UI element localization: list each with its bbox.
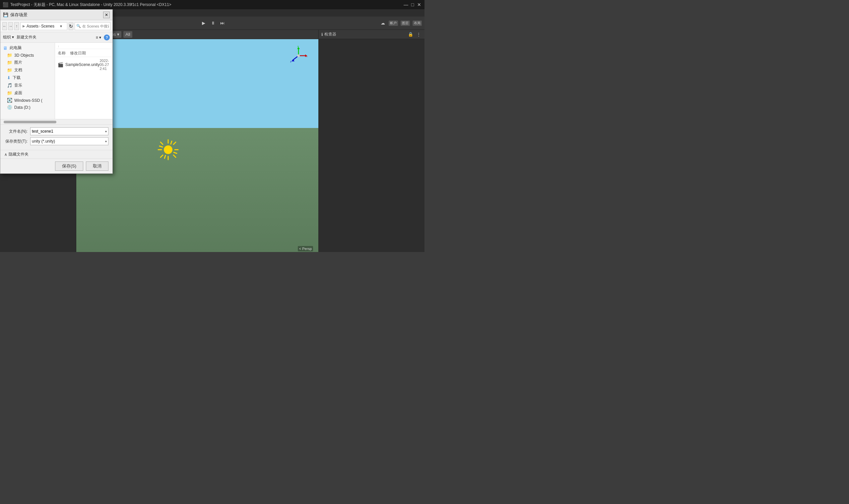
hscroll-track[interactable] <box>4 121 109 123</box>
toolbar-pause-button[interactable]: ⏸ <box>210 20 216 26</box>
music-icon: 🎵 <box>7 83 12 88</box>
drive-d-icon: 💿 <box>7 105 12 110</box>
title-bar-left: ⬛ TestProject - 无标题 - PC, Mac & Linux St… <box>3 2 171 7</box>
hidden-folder-label: 隐藏文件夹 <box>8 151 29 157</box>
address-bar[interactable]: ▶ Assets › Scenes ▾ <box>20 22 67 30</box>
organize-button[interactable]: 组织 ▾ <box>3 35 14 40</box>
layers-tag[interactable]: 图层 <box>401 21 410 26</box>
minimize-button[interactable]: — <box>403 2 409 7</box>
file-name-samplescene: SampleScene.unity <box>65 62 100 67</box>
sidebar-windows-ssd[interactable]: 💽 Windows-SSD ( <box>0 97 55 104</box>
sidebar-desktop[interactable]: 📁 桌面 <box>0 89 55 97</box>
inspector-lock-button[interactable]: 🔒 <box>407 31 414 38</box>
desktop-icon: 📁 <box>7 91 12 95</box>
folder-3d-icon: 📁 <box>7 53 12 58</box>
sidebar-3d-objects[interactable]: 📁 3D Objects <box>0 52 55 59</box>
sun-circle <box>164 146 173 154</box>
persp-label: < Persp <box>298 246 313 251</box>
file-date-samplescene: 2022-05-27 2:41 <box>100 59 110 71</box>
sidebar-this-pc-label: 此电脑 <box>10 45 21 51</box>
file-sort-header: ↑ <box>56 44 111 49</box>
dialog-buttons: 保存(S) 取消 <box>0 159 112 174</box>
gizmos-arrow: ▾ <box>117 32 120 37</box>
all-dropdown[interactable]: All <box>123 31 132 38</box>
filetype-value: unity (*.unity) <box>32 139 55 144</box>
svg-text:x: x <box>306 55 307 58</box>
hidden-arrow-icon: ∧ <box>4 152 7 157</box>
inspector-info-icon: ℹ <box>321 32 323 37</box>
filename-label: 文件名(N): <box>4 129 28 134</box>
sidebar-this-pc[interactable]: 🖥 此电脑 <box>0 44 55 52</box>
refresh-button[interactable]: ↻ <box>69 22 73 30</box>
title-bar: ⬛ TestProject - 无标题 - PC, Mac & Linux St… <box>0 0 424 9</box>
search-icon: 🔍 <box>76 24 81 28</box>
dialog-file-area: ↑ 名称 修改日期 🎬 SampleScene.unity 2022-05-27… <box>55 43 112 119</box>
address-part-scenes[interactable]: Scenes <box>41 24 54 29</box>
unity-scene-icon: 🎬 <box>58 62 64 67</box>
save-button[interactable]: 保存(S) <box>55 161 83 171</box>
filetype-input-wrapper[interactable]: unity (*.unity) ▾ <box>30 137 108 145</box>
filename-input-wrapper[interactable]: ▾ <box>30 127 108 135</box>
cancel-button[interactable]: 取消 <box>86 161 108 171</box>
inspector-header: ℹ 检查器 🔒 ⋮ <box>319 30 424 39</box>
col-name-header: 名称 <box>58 50 70 56</box>
toolbar-collab-button[interactable]: ☁ <box>379 20 386 26</box>
new-folder-button[interactable]: 新建文件夹 <box>17 35 36 40</box>
close-button[interactable]: ✕ <box>417 2 422 7</box>
title-bar-controls[interactable]: — □ ✕ <box>403 2 422 7</box>
nav-up-button[interactable]: ↑ <box>14 22 19 30</box>
sidebar-music[interactable]: 🎵 音乐 <box>0 82 55 89</box>
svg-line-10 <box>171 141 172 144</box>
view-button[interactable]: ≡ ▾ <box>96 35 101 40</box>
search-input[interactable] <box>82 24 109 28</box>
address-part-assets[interactable]: Assets <box>26 24 38 29</box>
dialog-save-icon: 💾 <box>3 12 8 17</box>
all-label: All <box>125 32 130 37</box>
dialog-body: 🖥 此电脑 📁 3D Objects 📁 图片 📁 文档 ⬇ 下载 <box>0 43 112 119</box>
sort-arrow-up: ↑ <box>58 45 59 48</box>
filename-input[interactable] <box>32 129 105 133</box>
filetype-row: 保存类型(T): unity (*.unity) ▾ <box>4 137 108 145</box>
nav-back-button[interactable]: ← <box>2 22 7 30</box>
toolbar-play-button[interactable]: ▶ <box>200 20 207 26</box>
inspector-controls: 🔒 ⋮ <box>407 31 422 38</box>
sidebar-music-label: 音乐 <box>14 83 22 88</box>
toolbar-step-button[interactable]: ⏭ <box>219 20 225 26</box>
address-separator: › <box>39 24 40 29</box>
svg-line-6 <box>174 142 176 145</box>
save-dialog[interactable]: 💾 保存场景 ✕ ← → ↑ ▶ Assets › Scenes ▾ ↻ <box>0 9 113 174</box>
account-tag[interactable]: 帐户 <box>389 21 398 26</box>
folder-pic-icon: 📁 <box>7 60 12 65</box>
download-icon: ⬇ <box>7 75 11 80</box>
file-row-samplescene[interactable]: 🎬 SampleScene.unity 2022-05-27 2:41 <box>56 58 111 72</box>
maximize-button[interactable]: □ <box>410 2 415 7</box>
dialog-title-bar: 💾 保存场景 ✕ <box>0 10 112 20</box>
sidebar-data-drive[interactable]: 💿 Data (D:) <box>0 104 55 111</box>
inspector-options-button[interactable]: ⋮ <box>415 31 422 38</box>
svg-line-11 <box>164 156 165 159</box>
layout-tag[interactable]: 布局 <box>413 21 422 26</box>
sidebar-docs[interactable]: 📁 文档 <box>0 66 55 74</box>
dialog-close-button[interactable]: ✕ <box>103 12 110 18</box>
help-button[interactable]: ? <box>104 35 110 40</box>
sidebar-downloads[interactable]: ⬇ 下载 <box>0 74 55 82</box>
filetype-dropdown-arrow[interactable]: ▾ <box>105 140 107 143</box>
svg-line-8 <box>160 146 163 147</box>
dialog-sidebar: 🖥 此电脑 📁 3D Objects 📁 图片 📁 文档 ⬇ 下载 <box>0 43 55 119</box>
svg-line-7 <box>161 155 163 158</box>
nav-forward-button[interactable]: → <box>8 22 13 30</box>
sidebar-pictures-label: 图片 <box>14 60 22 65</box>
search-box[interactable]: 🔍 <box>75 22 110 30</box>
sidebar-downloads-label: 下载 <box>13 75 21 80</box>
hscroll-thumb[interactable] <box>4 121 56 123</box>
sun-object <box>157 138 180 162</box>
filetype-label: 保存类型(T): <box>4 139 28 144</box>
pc-icon: 🖥 <box>3 46 7 51</box>
svg-line-4 <box>161 142 163 145</box>
inspector-title: 检查器 <box>324 32 336 37</box>
sidebar-pictures[interactable]: 📁 图片 <box>0 59 55 66</box>
address-dropdown-button[interactable]: ▾ <box>57 22 65 30</box>
svg-point-18 <box>297 54 300 57</box>
dialog-hidden-folder[interactable]: ∧ 隐藏文件夹 <box>0 150 112 159</box>
filename-dropdown-arrow[interactable]: ▾ <box>105 130 107 133</box>
